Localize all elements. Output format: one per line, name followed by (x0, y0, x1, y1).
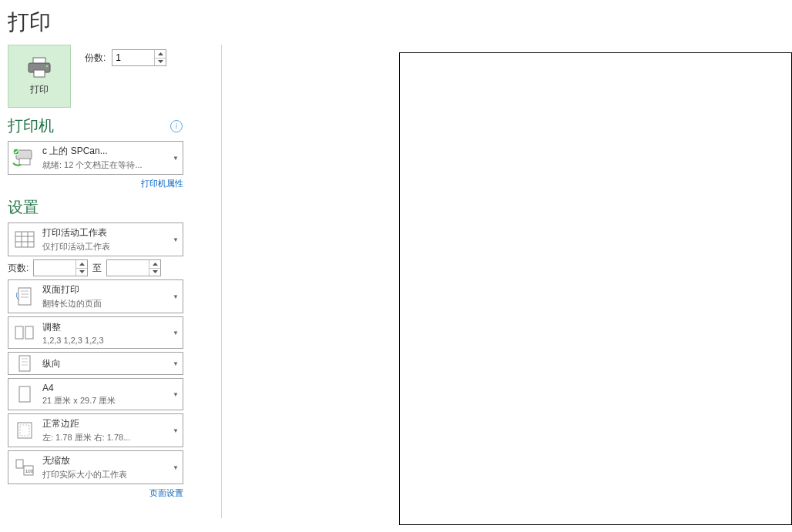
svg-rect-2 (34, 70, 45, 77)
chevron-down-icon: ▼ (169, 391, 183, 398)
chevron-down-icon: ▼ (169, 236, 183, 243)
copies-label: 份数: (85, 52, 106, 65)
print-what-select[interactable]: 打印活动工作表 仅打印活动工作表 ▼ (8, 223, 183, 256)
copies-up[interactable] (155, 50, 166, 59)
scaling-sub: 打印实际大小的工作表 (42, 469, 167, 480)
svg-rect-22 (15, 326, 23, 339)
printer-icon (26, 57, 52, 79)
print-button-label: 打印 (30, 83, 49, 96)
pages-from-spinner[interactable] (33, 259, 88, 276)
pages-to-label: 至 (92, 262, 102, 275)
paper-icon (8, 385, 41, 403)
margins-select[interactable]: 正常边距 左: 1.78 厘米 右: 1.78... ▼ (8, 413, 183, 447)
print-what-sub: 仅打印活动工作表 (42, 241, 167, 253)
pages-to-up[interactable] (149, 260, 160, 269)
collate-sub: 1,2,3 1,2,3 1,2,3 (42, 336, 167, 345)
svg-marker-14 (79, 263, 85, 266)
copies-row: 份数: (85, 45, 166, 66)
info-icon[interactable]: i (170, 120, 183, 132)
printer-device-icon (8, 148, 41, 168)
svg-point-3 (46, 65, 49, 67)
duplex-sub: 翻转长边的页面 (42, 298, 167, 309)
svg-rect-9 (15, 232, 34, 247)
duplex-title: 双面打印 (42, 283, 167, 296)
printer-properties-link[interactable]: 打印机属性 (141, 179, 183, 188)
settings-section-title: 设置 (8, 197, 39, 218)
portrait-icon (8, 354, 41, 373)
pages-to-spinner[interactable] (106, 259, 161, 276)
svg-marker-5 (158, 60, 163, 63)
printer-select[interactable]: c 上的 SPCan... 就绪: 12 个文档正在等待... ▼ (8, 141, 183, 175)
paper-select[interactable]: A4 21 厘米 x 29.7 厘米 ▼ (8, 378, 183, 410)
svg-text:100: 100 (25, 469, 34, 473)
svg-rect-28 (19, 386, 30, 402)
page-title: 打印 (0, 0, 792, 45)
svg-rect-8 (19, 159, 30, 165)
chevron-down-icon: ▼ (169, 330, 183, 336)
orientation-title: 纵向 (42, 357, 167, 370)
chevron-down-icon: ▼ (169, 155, 183, 162)
copies-input[interactable] (112, 50, 154, 65)
chevron-down-icon: ▼ (169, 427, 183, 434)
print-settings-panel: 打印 份数: 打印机 i (0, 45, 222, 518)
scaling-select[interactable]: 100 无缩放 打印实际大小的工作表 ▼ (8, 450, 183, 484)
printer-section-title: 打印机 (8, 115, 54, 136)
svg-marker-15 (79, 270, 85, 273)
collate-select[interactable]: 调整 1,2,3 1,2,3 1,2,3 ▼ (8, 316, 183, 349)
svg-rect-31 (16, 460, 23, 468)
orientation-select[interactable]: 纵向 ▼ (8, 352, 183, 375)
pages-to-input[interactable] (107, 260, 149, 276)
pages-from-down[interactable] (76, 269, 87, 276)
preview-page (399, 52, 792, 525)
pages-to-down[interactable] (149, 269, 160, 276)
svg-marker-17 (153, 270, 158, 273)
svg-rect-18 (18, 288, 31, 305)
duplex-icon (8, 286, 41, 306)
margins-icon (8, 421, 41, 440)
margins-title: 正常边距 (42, 417, 167, 430)
svg-marker-4 (158, 52, 163, 55)
worksheet-icon (8, 231, 41, 248)
pages-from-up[interactable] (76, 260, 87, 269)
printer-name: c 上的 SPCan... (42, 145, 167, 158)
duplex-select[interactable]: 双面打印 翻转长边的页面 ▼ (8, 279, 183, 313)
svg-rect-23 (25, 326, 33, 339)
chevron-down-icon: ▼ (169, 464, 183, 471)
collate-icon (8, 324, 41, 341)
pages-from-input[interactable] (34, 260, 76, 276)
svg-rect-24 (19, 356, 30, 371)
pages-label: 页数: (8, 262, 29, 275)
scaling-icon: 100 (8, 458, 41, 477)
copies-spinner[interactable] (112, 49, 166, 66)
svg-marker-16 (153, 263, 158, 266)
scaling-title: 无缩放 (42, 454, 167, 467)
print-button[interactable]: 打印 (8, 45, 71, 108)
copies-down[interactable] (155, 59, 166, 66)
chevron-down-icon: ▼ (169, 293, 183, 300)
print-preview-area (222, 45, 792, 525)
margins-sub: 左: 1.78 厘米 右: 1.78... (42, 432, 167, 443)
collate-title: 调整 (42, 321, 167, 334)
print-what-title: 打印活动工作表 (42, 226, 167, 239)
page-setup-link[interactable]: 页面设置 (149, 488, 183, 497)
printer-status: 就绪: 12 个文档正在等待... (42, 159, 167, 171)
chevron-down-icon: ▼ (169, 360, 183, 367)
paper-title: A4 (42, 383, 167, 393)
paper-sub: 21 厘米 x 29.7 厘米 (42, 395, 167, 407)
